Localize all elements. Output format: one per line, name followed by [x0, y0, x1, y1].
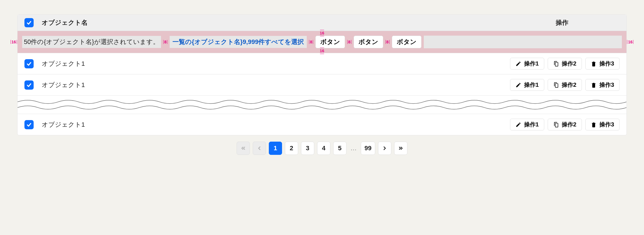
row-action-copy[interactable]: 操作2 — [548, 119, 582, 130]
row-action-edit[interactable]: 操作1 — [510, 79, 544, 91]
row-checkbox-cell — [24, 80, 41, 90]
row-action-edit-label: 操作1 — [524, 81, 539, 89]
page-number-button[interactable]: 3 — [301, 142, 314, 155]
chevrons-right-icon — [398, 145, 404, 151]
spacing-marker-left: 16 — [11, 40, 17, 44]
row-action-copy-label: 操作2 — [562, 81, 576, 89]
selection-bar: 16 16 16 16 50件の{オブジェクト名}が選択されています。 8 一覧… — [18, 31, 626, 53]
page-last-button[interactable] — [394, 142, 407, 155]
row-action-delete-label: 操作3 — [599, 121, 614, 128]
row-checkbox[interactable] — [24, 59, 34, 68]
page-number-button[interactable]: 1 — [269, 142, 282, 155]
wavy-icon — [18, 96, 626, 114]
check-icon — [26, 82, 32, 88]
spacing-marker-right: 16 — [627, 40, 633, 44]
bulk-action-button-2[interactable]: ボタン — [354, 36, 383, 48]
check-icon — [26, 61, 32, 67]
copy-icon — [553, 82, 559, 88]
page-number-button[interactable]: 5 — [333, 142, 346, 155]
row-action-copy[interactable]: 操作2 — [548, 79, 582, 91]
row-name: オブジェクト1 — [41, 81, 510, 89]
chevron-right-icon — [382, 145, 388, 151]
row-action-delete-label: 操作3 — [599, 81, 614, 89]
spacing-marker-gap-1: 8 — [163, 40, 167, 44]
table-row: オブジェクト1 操作1 操作2 操作3 — [18, 53, 626, 74]
row-action-edit-label: 操作1 — [524, 121, 539, 128]
table-header: オブジェクト名 操作 — [18, 15, 626, 31]
table-row: オブジェクト1 操作1 操作2 操作3 — [18, 114, 626, 135]
row-action-delete[interactable]: 操作3 — [585, 119, 620, 130]
row-action-copy[interactable]: 操作2 — [548, 58, 582, 70]
row-action-copy-label: 操作2 — [562, 60, 576, 68]
row-checkbox-cell — [24, 59, 41, 68]
selection-bar-spacer — [424, 36, 622, 48]
pagination: 1 2 3 4 5 … 99 — [0, 142, 644, 155]
row-action-delete[interactable]: 操作3 — [585, 58, 620, 70]
check-icon — [26, 122, 32, 128]
header-checkbox-cell — [24, 18, 41, 27]
select-all-checkbox[interactable] — [24, 18, 34, 27]
row-ops: 操作1 操作2 操作3 — [510, 58, 620, 70]
page-number-button[interactable]: 4 — [317, 142, 330, 155]
column-header-name: オブジェクト名 — [41, 18, 505, 27]
row-action-edit[interactable]: 操作1 — [510, 119, 544, 130]
pencil-icon — [515, 61, 521, 67]
row-name: オブジェクト1 — [41, 120, 510, 129]
chevrons-left-icon — [240, 145, 246, 151]
row-action-delete[interactable]: 操作3 — [585, 79, 620, 91]
row-ops: 操作1 操作2 操作3 — [510, 119, 620, 130]
row-ops: 操作1 操作2 操作3 — [510, 79, 620, 91]
pencil-icon — [515, 82, 521, 88]
spacing-marker-gap-2: 8 — [309, 40, 313, 44]
column-header-ops: 操作 — [505, 18, 620, 27]
page-prev-button[interactable] — [253, 142, 266, 155]
page-next-button[interactable] — [378, 142, 391, 155]
page-number-button[interactable]: 99 — [361, 142, 375, 155]
bulk-action-button-1[interactable]: ボタン — [315, 36, 345, 48]
trash-icon — [591, 61, 597, 67]
trash-icon — [591, 82, 597, 88]
trash-icon — [591, 122, 597, 128]
page-first-button[interactable] — [237, 142, 250, 155]
row-checkbox[interactable] — [24, 80, 34, 90]
table-row: オブジェクト1 操作1 操作2 操作3 — [18, 74, 626, 96]
copy-icon — [553, 122, 559, 128]
copy-icon — [553, 61, 559, 67]
spacing-marker-gap-3: 8 — [347, 40, 351, 44]
selection-bar-inner: 50件の{オブジェクト名}が選択されています。 8 一覧の{オブジェクト名}9,… — [22, 31, 622, 53]
select-all-link[interactable]: 一覧の{オブジェクト名}9,999件すべてを選択 — [170, 36, 307, 48]
pencil-icon — [515, 122, 521, 128]
selection-count-text: 50件の{オブジェクト名}が選択されています。 — [22, 36, 161, 48]
row-action-copy-label: 操作2 — [562, 121, 576, 128]
table: オブジェクト名 操作 16 16 16 16 50件の{オブジェクト名}が選択さ… — [17, 14, 627, 135]
row-name: オブジェクト1 — [41, 59, 510, 68]
row-checkbox-cell — [24, 120, 41, 129]
row-action-delete-label: 操作3 — [599, 60, 614, 68]
table-rows-omitted — [18, 96, 626, 114]
page-ellipsis: … — [349, 145, 358, 152]
spacing-marker-gap-4: 8 — [386, 40, 390, 44]
row-action-edit-label: 操作1 — [524, 60, 539, 68]
page-number-button[interactable]: 2 — [285, 142, 298, 155]
row-checkbox[interactable] — [24, 120, 34, 129]
bulk-action-button-3[interactable]: ボタン — [392, 36, 421, 48]
check-icon — [26, 20, 32, 26]
row-action-edit[interactable]: 操作1 — [510, 58, 544, 70]
chevron-left-icon — [256, 145, 262, 151]
